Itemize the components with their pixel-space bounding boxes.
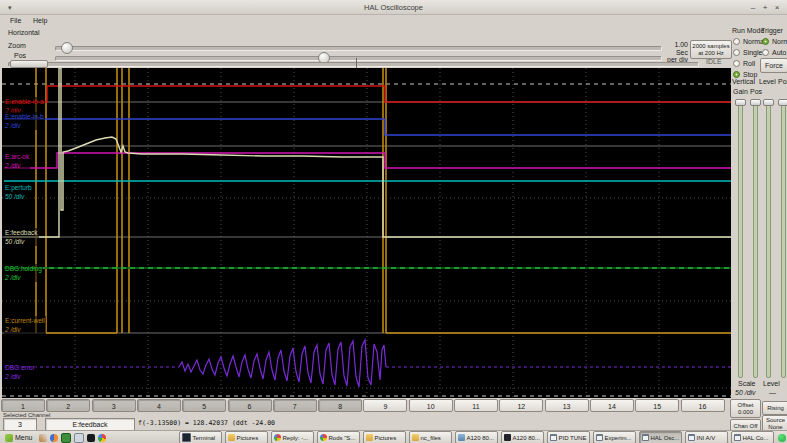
vertical-pos-slider[interactable] [753, 99, 758, 378]
taskbar-window-INI A/V[interactable]: INI A/V [685, 431, 728, 443]
gain-slider-handle[interactable] [735, 99, 746, 106]
run-mode-roll[interactable]: Roll [733, 59, 755, 68]
taskbar-window-Rods "S...[interactable]: Rods "S... [317, 431, 360, 443]
channel-button-14[interactable]: 14 [590, 399, 634, 412]
chrome-launcher-icon[interactable] [98, 434, 106, 442]
taskbar-window-HAL Co...[interactable]: HAL Co... [731, 431, 774, 443]
window-icon [596, 434, 603, 441]
window-title: HAL Oscilloscope [0, 3, 787, 12]
tray-green-icon[interactable] [778, 434, 786, 442]
trigger-pos-slider[interactable] [781, 99, 786, 378]
trigger-normal[interactable]: Normal [762, 37, 787, 46]
run-mode-single[interactable]: Single [733, 48, 762, 57]
radio-icon [733, 38, 740, 45]
editor-launcher-icon[interactable] [87, 434, 95, 442]
radio-icon [762, 49, 769, 56]
chrome-icon [320, 434, 327, 441]
vertical-pos-slider-handle[interactable] [750, 99, 761, 106]
desktop: ▾ HAL Oscilloscope – + × File Help Horiz… [0, 0, 787, 443]
channel-button-13[interactable]: 13 [545, 399, 589, 412]
horizontal-scrollbar-handle[interactable] [10, 60, 48, 68]
channel-button-4[interactable]: 4 [137, 399, 181, 412]
folder-icon [412, 434, 419, 441]
maximize-button[interactable]: + [760, 3, 770, 12]
radio-icon [733, 49, 740, 56]
taskbar-window-Terminal[interactable]: Terminal [179, 431, 222, 443]
taskbar-window-A120 80...[interactable]: A120 80... [501, 431, 544, 443]
trigger-level-slider-handle[interactable] [763, 99, 774, 106]
horizontal-scrollbar[interactable] [8, 62, 699, 67]
close-button[interactable]: × [772, 3, 782, 12]
trigger-level-slider[interactable] [766, 99, 771, 378]
channel-button-3[interactable]: 3 [92, 399, 136, 412]
run-mode-title: Run Mode [732, 27, 764, 34]
folder-icon [366, 434, 373, 441]
trigger-position-marker [356, 58, 357, 68]
minimize-button[interactable]: – [748, 3, 758, 12]
folder-icon [228, 434, 235, 441]
trigger-auto[interactable]: Auto [762, 48, 786, 57]
trigger-level-slider-label: Level [759, 78, 776, 85]
display-launcher-icon[interactable] [61, 433, 71, 443]
channel-button-7[interactable]: 7 [273, 399, 317, 412]
radio-icon [762, 38, 769, 45]
taskbar-window-Reply: -...[interactable]: Reply: -... [271, 431, 314, 443]
gain-slider-label: Gain [733, 88, 748, 95]
trace-error-noise [179, 340, 386, 387]
gain-slider[interactable] [738, 99, 743, 378]
terminal-icon [182, 433, 191, 442]
channel-button-1[interactable]: 1 [1, 399, 45, 412]
channel-button-9[interactable]: 9 [363, 399, 407, 412]
browser-launcher-icon[interactable] [50, 434, 58, 442]
plot-area[interactable]: E:enable-in-a2 /divE:enable-in-b2 /divE:… [2, 68, 731, 398]
titlebar[interactable]: ▾ HAL Oscilloscope – + × [0, 0, 787, 15]
taskbar-menu-button[interactable]: Menu [2, 432, 36, 443]
menu-file[interactable]: File [10, 17, 21, 24]
channel-button-5[interactable]: 5 [182, 399, 226, 412]
taskbar-window-A120 80...[interactable]: A120 80... [455, 431, 498, 443]
channel-label-E:perturb: E:perturb50 /div [4, 183, 33, 201]
tool-launcher-icon[interactable] [39, 434, 47, 442]
channel-label-E:enable-in-b: E:enable-in-b2 /div [4, 112, 45, 130]
menu-help[interactable]: Help [33, 17, 47, 24]
force-button[interactable]: Force [760, 58, 787, 73]
zoom-slider-handle[interactable] [61, 42, 73, 54]
taskbar-window-nc_files[interactable]: nc_files [409, 431, 452, 443]
window-icon [642, 434, 649, 441]
samples-button[interactable]: 2000 samples at 200 Hz [690, 40, 732, 59]
channel-button-8[interactable]: 8 [318, 399, 362, 412]
channel-button-2[interactable]: 2 [46, 399, 90, 412]
channel-button-6[interactable]: 6 [228, 399, 272, 412]
zoom-slider-label: Zoom [8, 42, 26, 49]
taskbar-window-Pictures[interactable]: Pictures [363, 431, 406, 443]
channel-button-15[interactable]: 15 [635, 399, 679, 412]
scale-value: 50 /div [735, 389, 756, 396]
run-mode-normal[interactable]: Normal [733, 37, 766, 46]
vertical-pos-slider-label: Pos [750, 88, 762, 95]
offset-button[interactable]: Offset 0.000 [730, 399, 761, 418]
image-icon [458, 434, 465, 441]
channel-button-11[interactable]: 11 [454, 399, 498, 412]
acquisition-status: IDLE [706, 58, 722, 65]
channel-button-16[interactable]: 16 [681, 399, 725, 412]
zoom-slider[interactable] [55, 46, 662, 51]
channel-label-E:feedback: E:feedback50 /div [4, 228, 39, 246]
trigger-pos-slider-handle[interactable] [778, 99, 787, 106]
level-readout-label: Level [763, 380, 780, 387]
files-launcher-icon[interactable] [74, 433, 84, 443]
menubar: File Help [0, 15, 787, 28]
channel-button-12[interactable]: 12 [499, 399, 543, 412]
menu-icon [5, 434, 13, 442]
horizontal-section-label: Horizontal [8, 29, 40, 36]
image-dark-icon [504, 434, 511, 441]
slope-button[interactable]: Rising [762, 401, 787, 415]
channel-button-10[interactable]: 10 [409, 399, 453, 412]
cursor-readout: f(-3.13500) = 128.42037 (ddt -24.00 [138, 419, 275, 427]
taskbar-window-PID TUNE[interactable]: PID TUNE [547, 431, 590, 443]
taskbar-window-Experim...[interactable]: Experim... [593, 431, 636, 443]
vertical-title: Vertical [732, 78, 755, 85]
taskbar-window-HAL Osc...[interactable]: HAL Osc... [639, 431, 682, 443]
trigger-title: Trigger [761, 27, 783, 34]
pos-slider[interactable] [55, 56, 662, 61]
taskbar-window-Pictures[interactable]: Pictures [225, 431, 268, 443]
